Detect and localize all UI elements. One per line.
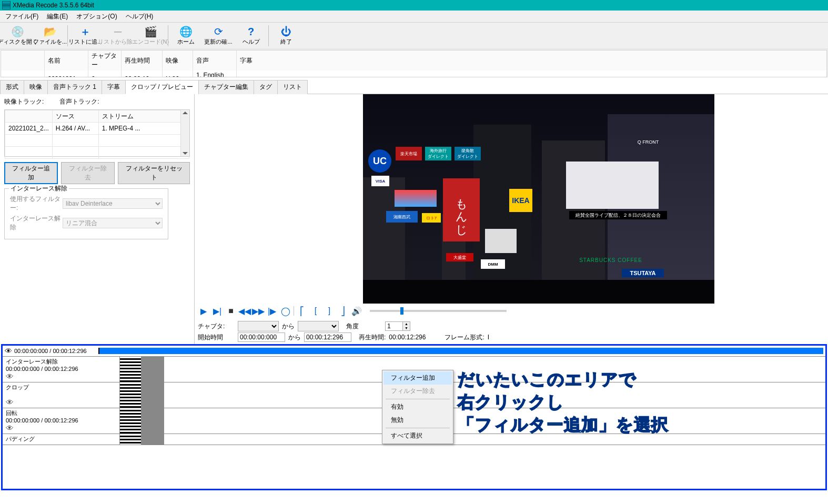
eye-icon[interactable]: 👁 (5, 347, 12, 355)
main-tabs: 形式 映像 音声トラック 1 字幕 クロップ / プレビュー チャプター編集 タ… (0, 79, 828, 94)
help-button[interactable]: ?ヘルプ (235, 23, 267, 48)
ctx-enable[interactable]: 有効 (383, 400, 452, 414)
eye-icon[interactable]: 👁 (6, 424, 116, 432)
col-audio[interactable]: 音声 (193, 51, 237, 70)
tab-format[interactable]: 形式 (0, 80, 24, 94)
next-button[interactable]: ▶| (211, 306, 223, 316)
ctx-select-all[interactable]: すべて選択 (383, 429, 452, 442)
add-filter-button[interactable]: フィルター追加 (4, 162, 58, 184)
timeline-timecode: 00:00:00:000 / 00:00:12:296 (14, 348, 87, 354)
minus-icon: ─ (114, 26, 122, 37)
update-button[interactable]: ⟳更新の確... (202, 23, 235, 48)
loop-button[interactable]: ◯ (280, 306, 291, 316)
file-list[interactable]: 名前 チャプター 再生時間 映像 音声 字幕 20221021_... 0 00… (1, 50, 827, 77)
menu-help[interactable]: ヘルプ(H) (122, 11, 158, 23)
disc-icon: 💿 (11, 26, 24, 37)
video-track-label: 映像トラック: (4, 97, 44, 106)
app-title: XMedia Recode 3.5.5.6 64bit (13, 2, 94, 9)
tab-tag[interactable]: タグ (254, 80, 278, 94)
filter-label: 使用するフィルター: (10, 195, 63, 213)
tab-list[interactable]: リスト (277, 80, 308, 94)
chapter-label: チャプタ: (198, 322, 235, 331)
timeline-ruler[interactable] (98, 348, 823, 354)
scrollbar[interactable] (180, 110, 189, 156)
preview-pane: UC 楽天市場 海外旅行ダイレクト 龍角散ダイレクト VISA もんじ 湘南西武… (195, 94, 828, 344)
playback-controls: チャプタ: から 角度 ▲▼ 開始時間 から 再生時間: 00:00:12:29… (195, 319, 828, 344)
remove-filter-button: フィルター除去 (61, 162, 115, 184)
exit-button[interactable]: ⏻終了 (270, 23, 302, 48)
method-select: リニア混合 (63, 218, 163, 228)
context-menu: フィルター追加 フィルター除去 有効 無効 すべて選択 (382, 370, 453, 444)
plus-icon: ＋ (80, 26, 90, 37)
file-list-header: 名前 チャプター 再生時間 映像 音声 字幕 (1, 51, 827, 70)
group-legend: インターレース解除 (9, 184, 69, 193)
menu-options[interactable]: オプション(O) (72, 11, 121, 23)
globe-icon: 🌐 (179, 26, 193, 37)
file-list-row[interactable]: 20221021_... 0 00:00:12 H.26... 1. Engli… (1, 70, 827, 77)
end-time-input[interactable] (304, 332, 351, 342)
kara-label-1: から (282, 322, 295, 331)
play-button[interactable]: ▶ (198, 306, 209, 316)
col-subtitle[interactable]: 字幕 (237, 51, 827, 70)
tab-subtitle[interactable]: 字幕 (102, 80, 126, 94)
rewind-button[interactable]: ◀◀ (239, 306, 250, 316)
tab-chapter[interactable]: チャプター編集 (198, 80, 254, 94)
reset-filter-button[interactable]: フィルターをリセット (118, 162, 190, 184)
deinterlace-group: インターレース解除 使用するフィルター:libav Deinterlace イン… (4, 188, 168, 239)
playtime-label: 再生時間: (359, 333, 386, 342)
col-playtime[interactable]: 再生時間 (122, 51, 163, 70)
mark-in-button[interactable]: ⎡ (296, 306, 308, 316)
add-to-list-button[interactable]: ＋リストに追... (69, 23, 102, 48)
spin-down[interactable]: ▼ (402, 326, 410, 330)
col-stream[interactable]: ストリーム (98, 110, 189, 123)
playtime-value: 00:00:12:296 (389, 334, 426, 341)
home-button[interactable]: 🌐ホーム (169, 23, 202, 48)
eye-icon[interactable]: 👁 (6, 372, 116, 381)
volume-slider[interactable] (370, 310, 507, 312)
tab-crop-preview[interactable]: クロップ / プレビュー (125, 80, 199, 94)
bracket-right-button[interactable]: ] (324, 306, 335, 316)
angle-input[interactable] (386, 322, 402, 330)
source-grid[interactable]: ソースストリーム 20221021_2...H.264 / AV...1. MP… (4, 109, 190, 157)
forward-button[interactable]: ▶▶ (253, 306, 264, 316)
step-button[interactable]: |▶ (266, 306, 278, 316)
stop-button[interactable]: ■ (225, 306, 237, 316)
left-pane: 映像トラック: 音声トラック: ソースストリーム 20221021_2...H.… (0, 94, 195, 344)
tab-audio[interactable]: 音声トラック 1 (47, 80, 102, 94)
chapter-select[interactable] (238, 321, 279, 331)
eye-icon[interactable]: 👁 (6, 398, 116, 407)
col-source[interactable]: ソース (52, 110, 98, 123)
menubar: ファイル(F) 編集(E) オプション(O) ヘルプ(H) (0, 11, 828, 23)
separator (67, 25, 68, 46)
preview-image: UC 楽天市場 海外旅行ダイレクト 龍角散ダイレクト VISA もんじ 湘南西武… (363, 94, 714, 304)
menu-edit[interactable]: 編集(E) (43, 11, 72, 23)
col-name[interactable]: 名前 (45, 51, 88, 70)
angle-spinner[interactable]: ▲▼ (385, 321, 410, 331)
open-disc-button[interactable]: 💿ディスクを開く (1, 23, 34, 48)
open-file-button[interactable]: 📂ファイルを... (34, 23, 66, 48)
ctx-remove-filter: フィルター除去 (383, 385, 452, 398)
encode-button: 🎬エンコード(N) (134, 23, 167, 48)
start-time-input[interactable] (238, 332, 285, 342)
titlebar: XMedia Recode 3.5.5.6 64bit (0, 0, 828, 11)
clapper-icon: 🎬 (144, 26, 157, 37)
menu-file[interactable]: ファイル(F) (1, 11, 43, 23)
filter-select: libav Deinterlace (63, 198, 163, 209)
tab-video[interactable]: 映像 (24, 80, 48, 94)
folder-open-icon: 📂 (44, 26, 57, 37)
source-row[interactable]: 20221021_2...H.264 / AV...1. MPEG-4 ... (5, 123, 189, 135)
annotation-overlay: だいたいこのエリアで 右クリックし 「フィルター追加」を選択 (458, 368, 669, 437)
refresh-icon: ⟳ (214, 26, 223, 37)
col-chapter[interactable]: チャプター (88, 51, 122, 70)
spin-up[interactable]: ▲ (402, 322, 410, 326)
ctx-add-filter[interactable]: フィルター追加 (383, 371, 452, 385)
chapter-to-select[interactable] (298, 321, 339, 331)
remove-from-list-button: ─リストから除... (102, 23, 134, 48)
angle-label: 角度 (346, 322, 359, 331)
mark-out-button[interactable]: ⎦ (337, 306, 349, 316)
bracket-left-button[interactable]: [ (310, 306, 321, 316)
volume-button[interactable]: 🔊 (351, 306, 362, 316)
ctx-disable[interactable]: 無効 (383, 414, 452, 427)
audio-track-label: 音声トラック: (59, 97, 99, 106)
col-video[interactable]: 映像 (163, 51, 193, 70)
